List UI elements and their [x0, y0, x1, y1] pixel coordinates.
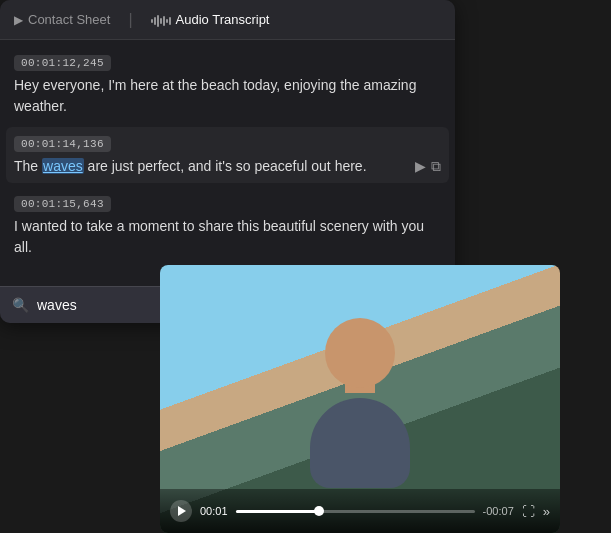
play-icon	[178, 506, 186, 516]
transcript-entry-2-row: The waves are just perfect, and it's so …	[14, 156, 441, 177]
transcript-text-2-before: The	[14, 158, 42, 174]
copy-entry-icon[interactable]: ⧉	[431, 158, 441, 175]
transcript-entry-3: 00:01:15,643 I wanted to take a moment t…	[14, 193, 441, 258]
transcript-text-3: I wanted to take a moment to share this …	[14, 216, 441, 258]
entry-2-actions: ▶ ⧉	[415, 156, 441, 175]
tab-divider: |	[128, 11, 132, 29]
transcript-entry-2: 00:01:14,136 The waves are just perfect,…	[6, 127, 449, 183]
video-controls: 00:01 -00:07 ⛶ »	[160, 489, 560, 533]
person-body	[310, 398, 410, 488]
video-progress-thumb	[314, 506, 324, 516]
video-time-current: 00:01	[200, 505, 228, 517]
video-progress-fill	[236, 510, 320, 513]
overflow-icon[interactable]: »	[543, 504, 550, 519]
transcript-text-wrap-2: The waves are just perfect, and it's so …	[14, 156, 407, 177]
waveform-icon	[151, 12, 171, 27]
video-progress-bar[interactable]	[236, 510, 475, 513]
person-figure	[290, 308, 430, 488]
tab-contact-sheet-label: Contact Sheet	[28, 12, 110, 27]
tab-contact-sheet[interactable]: ▶ Contact Sheet	[12, 8, 112, 31]
tab-bar: ▶ Contact Sheet | Audio Transcript	[0, 0, 455, 40]
video-play-button[interactable]	[170, 500, 192, 522]
timestamp-1[interactable]: 00:01:12,245	[14, 55, 111, 71]
fullscreen-icon[interactable]: ⛶	[522, 504, 535, 519]
transcript-text-1: Hey everyone, I'm here at the beach toda…	[14, 75, 441, 117]
video-panel: 00:01 -00:07 ⛶ »	[160, 265, 560, 533]
timestamp-2[interactable]: 00:01:14,136	[14, 136, 111, 152]
play-entry-icon[interactable]: ▶	[415, 158, 426, 175]
video-icon: ▶	[14, 13, 23, 27]
transcript-text-2-after: are just perfect, and it's so peaceful o…	[84, 158, 367, 174]
search-icon: 🔍	[12, 297, 29, 313]
tab-audio-transcript-label: Audio Transcript	[176, 12, 270, 27]
person-head	[325, 318, 395, 388]
transcript-content: 00:01:12,245 Hey everyone, I'm here at t…	[0, 40, 455, 286]
transcript-highlight-word: waves	[42, 158, 84, 174]
timestamp-3[interactable]: 00:01:15,643	[14, 196, 111, 212]
tab-audio-transcript[interactable]: Audio Transcript	[149, 8, 272, 31]
video-time-remaining: -00:07	[483, 505, 514, 517]
transcript-entry-1: 00:01:12,245 Hey everyone, I'm here at t…	[14, 52, 441, 117]
